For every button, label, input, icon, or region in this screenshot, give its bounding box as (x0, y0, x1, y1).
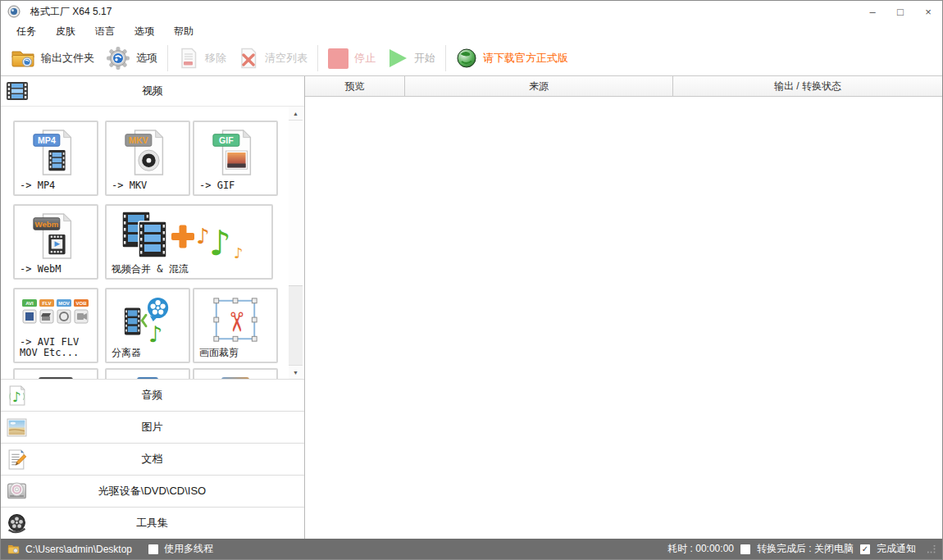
tile-label: -> AVI FLV MOV Etc... (15, 337, 97, 362)
tile-splitter[interactable]: ♪ 分离器 (105, 288, 190, 363)
sidebar: 视频 MP4 -> MP4 (1, 76, 305, 539)
notify-label[interactable]: 完成通知 (877, 542, 916, 556)
scrollbar-thumb[interactable] (289, 121, 303, 286)
svg-text:VOB: VOB (75, 301, 87, 306)
start-button[interactable]: 开始 (387, 48, 435, 69)
mkv-file-icon: MKV (123, 128, 172, 177)
svg-text:Webm: Webm (34, 219, 58, 228)
gif-file-icon: GIF (211, 128, 260, 177)
film-reel-icon (7, 513, 27, 534)
sidebar-section-video[interactable]: 视频 (1, 76, 304, 107)
column-header-status[interactable]: 输出 / 转换状态 (673, 76, 942, 96)
output-path[interactable]: C:\Users\admin\Desktop (25, 544, 132, 555)
tile-label: 画面裁剪 (194, 348, 276, 362)
elapsed-time: 耗时 : 00:00:00 (667, 542, 734, 556)
resize-grip[interactable] (927, 545, 936, 553)
document-section-label: 文档 (27, 452, 277, 467)
tile-video-merge-mux[interactable]: ♪ ♪ ♪ 视频合并 & 混流 (105, 204, 273, 280)
shutdown-checkbox[interactable] (740, 544, 750, 554)
optical-section-label: 光驱设备\DVD\CD\ISO (27, 484, 277, 499)
tile-to-mkv[interactable]: MKV -> MKV (105, 121, 190, 196)
output-folder-label: 输出文件夹 (41, 51, 94, 66)
column-header-preview[interactable]: 预览 (305, 76, 405, 96)
menu-bar: 任务 皮肤 语言 选项 帮助 (1, 22, 942, 41)
optical-disc-icon (7, 481, 27, 502)
start-icon (387, 48, 408, 69)
splitter-icon: ♪ (123, 295, 172, 344)
file-list-body (305, 97, 942, 539)
mp4-file-icon: MP4 (31, 128, 80, 177)
menu-skin[interactable]: 皮肤 (46, 23, 85, 40)
menu-options[interactable]: 选项 (125, 23, 164, 40)
shutdown-label[interactable]: 转换完成后 : 关闭电脑 (757, 542, 854, 556)
close-button[interactable]: × (914, 1, 942, 22)
file-list-header: 预览 来源 输出 / 转换状态 (305, 76, 942, 97)
partial-icon (39, 377, 73, 379)
audio-note-icon: ♪ (7, 385, 27, 406)
folder-icon (7, 544, 20, 554)
main-area: 视频 MP4 -> MP4 (1, 76, 942, 539)
sidebar-section-picture[interactable]: 图片 (1, 411, 304, 443)
video-section-label: 视频 (28, 84, 277, 98)
status-bar: C:\Users\admin\Desktop 使用多线程 耗时 : 00:00:… (1, 539, 942, 559)
remove-icon (178, 48, 199, 69)
tile-to-mp4[interactable]: MP4 -> MP4 (13, 121, 98, 196)
tile-crop[interactable]: ✂ 画面裁剪 (193, 288, 278, 363)
sidebar-section-optical[interactable]: 光驱设备\DVD\CD\ISO (1, 475, 304, 507)
notify-checkbox[interactable]: ✓ (860, 544, 870, 554)
svg-text:♪: ♪ (12, 389, 21, 404)
multi-format-icon: AVI FLV MOV VOB (21, 298, 90, 330)
crop-scissors-icon: ✂ (211, 295, 260, 344)
tiles-scrollbar[interactable]: ▲ ▼ (289, 107, 303, 379)
stop-button[interactable]: 停止 (328, 48, 376, 69)
output-folder-button[interactable]: 输出文件夹 (11, 48, 94, 68)
tile-label: -> MKV (107, 180, 189, 194)
options-label: 选项 (136, 51, 157, 66)
globe-icon (456, 48, 477, 69)
tile-to-avi-flv-mov[interactable]: AVI FLV MOV VOB -> AVI FLV MOV Etc... (13, 288, 98, 363)
minimize-button[interactable]: – (859, 1, 886, 22)
tile-partial-1[interactable] (13, 368, 98, 379)
menu-help[interactable]: 帮助 (164, 23, 203, 40)
multithread-label[interactable]: 使用多线程 (164, 542, 213, 556)
picture-icon (7, 417, 27, 438)
tile-to-gif[interactable]: GIF -> GIF (193, 121, 278, 196)
download-official-link[interactable]: 请下载官方正式版 (456, 48, 568, 69)
stop-icon (328, 48, 348, 69)
toolbar-separator (445, 45, 446, 71)
scroll-down-icon[interactable]: ▼ (289, 365, 303, 379)
tile-partial-2[interactable] (105, 368, 190, 379)
sidebar-section-toolset[interactable]: 工具集 (1, 507, 304, 539)
options-button[interactable]: 选项 (106, 46, 157, 71)
scroll-up-icon[interactable]: ▲ (289, 107, 303, 121)
picture-section-label: 图片 (27, 420, 277, 435)
svg-text:GIF: GIF (219, 134, 234, 144)
sidebar-section-document[interactable]: 文档 (1, 443, 304, 475)
svg-text:♪: ♪ (234, 244, 244, 262)
music-note-icon: ♪ (148, 321, 162, 344)
music-notes-icon: ♪ ♪ ♪ (196, 223, 244, 262)
tile-label: -> WebM (15, 264, 97, 278)
options-gear-icon (106, 46, 130, 71)
document-icon (7, 449, 27, 470)
clear-list-button[interactable]: 清空列表 (238, 48, 308, 69)
remove-button[interactable]: 移除 (178, 48, 226, 69)
column-header-source[interactable]: 来源 (405, 76, 673, 96)
menu-language[interactable]: 语言 (85, 23, 125, 40)
video-filmstrip-icon (7, 82, 28, 100)
tile-label: -> GIF (194, 180, 276, 194)
app-window: 格式工厂 X64 5.17 – □ × 任务 皮肤 语言 选项 帮助 输出文件夹 (0, 0, 943, 560)
download-official-label: 请下载官方正式版 (483, 51, 568, 66)
video-merge-icon: ♪ ♪ ♪ (121, 211, 258, 262)
sidebar-section-audio[interactable]: ♪ 音频 (1, 379, 304, 411)
tile-to-webm[interactable]: Webm -> WebM (13, 204, 98, 280)
menu-task[interactable]: 任务 (7, 23, 46, 40)
toolbar-separator (167, 45, 168, 71)
maximize-button[interactable]: □ (886, 1, 914, 22)
multithread-checkbox[interactable] (148, 544, 158, 554)
partial-icon (137, 377, 158, 379)
tile-label: 分离器 (107, 348, 189, 362)
remove-label: 移除 (205, 51, 226, 66)
tile-partial-3[interactable] (193, 368, 278, 379)
partial-icon (221, 377, 249, 379)
